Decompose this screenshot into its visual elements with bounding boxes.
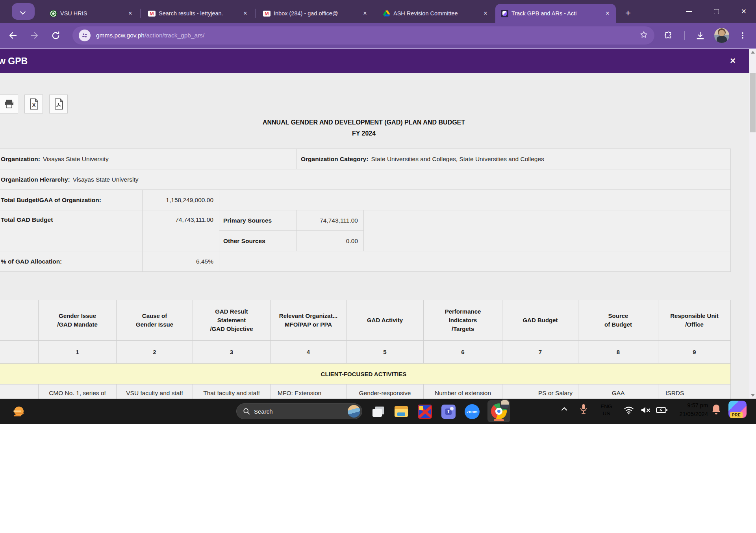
tab-title: Track GPB and ARs - Acti <box>511 10 600 17</box>
window-maximize-button[interactable] <box>707 0 725 23</box>
weather-widget-icon[interactable] <box>10 403 28 420</box>
taskbar-search-box[interactable]: Search <box>236 403 362 419</box>
organization-label: Organization: <box>1 156 40 163</box>
tab-ash-revision[interactable]: ASH Revision Committee × <box>377 4 494 23</box>
tab-title: ASH Revision Committee <box>393 10 478 17</box>
tray-wifi[interactable] <box>624 406 634 414</box>
export-excel-button[interactable]: X <box>24 95 43 113</box>
tab-close-icon[interactable]: × <box>126 9 135 18</box>
bookmark-star-icon[interactable] <box>639 30 648 41</box>
column-number-cell: 1 <box>39 341 117 364</box>
tab-track-gpb-active[interactable]: Track GPB and ARs - Acti × <box>495 4 616 23</box>
gmail-favicon: M <box>148 11 156 17</box>
url-host: gmms.pcw.gov.ph <box>96 32 145 39</box>
maximize-icon <box>714 9 719 14</box>
downloads-button[interactable] <box>693 28 707 43</box>
tray-clock[interactable]: 9:57 pm 21/05/2024 <box>665 401 708 419</box>
tab-separator <box>255 9 256 18</box>
tab-title: VSU HRIS <box>60 10 123 17</box>
window-close-button[interactable]: × <box>735 0 753 23</box>
primary-sources-label-cell: Primary Sources <box>219 210 297 231</box>
modal-title: w GPB <box>0 56 28 67</box>
extensions-button[interactable] <box>662 28 676 43</box>
hierarchy-label: Organization Hierarchy: <box>1 176 70 183</box>
back-button[interactable] <box>6 28 20 43</box>
taskbar-app-red-ribbon[interactable] <box>417 404 432 419</box>
address-bar[interactable]: gmms.pcw.gov.ph/action/track_gpb_ars/ <box>72 26 654 45</box>
tab-search-button[interactable] <box>12 3 35 20</box>
forward-button[interactable] <box>27 28 41 43</box>
scroll-up-arrow[interactable] <box>749 49 756 56</box>
language-indicator[interactable]: ENG US <box>598 403 615 417</box>
tab-close-icon[interactable]: × <box>241 9 250 18</box>
organization-hierarchy-cell: Organization Hierarchy: Visayas State Un… <box>0 169 731 190</box>
taskbar-app-file-explorer[interactable] <box>394 404 409 419</box>
corner-header-cell <box>0 300 39 341</box>
site-settings-icon[interactable] <box>79 30 91 41</box>
print-button[interactable] <box>0 95 18 113</box>
browser-menu-button[interactable] <box>736 28 750 43</box>
modal-close-button[interactable]: × <box>726 54 739 67</box>
table-row-cell <box>0 384 39 399</box>
table-row-cell: GAA <box>578 384 658 399</box>
scroll-down-arrow[interactable] <box>749 392 756 399</box>
page-scrollbar[interactable] <box>749 49 756 399</box>
category-value: State Universities and Colleges, State U… <box>371 156 544 163</box>
section-banner: CLIENT-FOCUSED ACTIVITIES <box>0 364 731 384</box>
taskbar-app-teams[interactable]: T <box>441 404 456 419</box>
tray-show-hidden-button[interactable] <box>561 407 567 411</box>
scrollbar-thumb[interactable] <box>750 73 756 132</box>
search-highlight-thumbnail[interactable] <box>348 405 360 418</box>
total-budget-label: Total Budget/GAA of Organization: <box>1 197 101 204</box>
taskbar-app-zoom[interactable]: zoom <box>465 404 480 419</box>
column-number-cell <box>0 341 39 364</box>
reload-icon <box>51 31 60 40</box>
gad-allocation-label: % of GAD Allocation: <box>1 258 62 265</box>
tab-title: Inbox (284) - gad.office@ <box>274 10 358 17</box>
tab-close-icon[interactable]: × <box>603 9 612 18</box>
three-dot-menu-icon <box>739 32 747 39</box>
table-row-cell: Number of extension <box>424 384 502 399</box>
tray-microphone[interactable] <box>580 403 587 414</box>
speaker-mute-icon <box>640 406 651 414</box>
empty-cell <box>219 190 731 210</box>
tab-close-icon[interactable]: × <box>361 9 369 18</box>
google-drive-favicon <box>383 10 390 17</box>
gmail-favicon: M <box>263 11 271 17</box>
page-content: X ANNUAL GENDER AND DEVELOPMENT (GAD) PL… <box>0 73 749 399</box>
active-app-indicator <box>494 419 504 421</box>
chevron-up-icon <box>561 407 567 411</box>
window-minimize-button[interactable] <box>680 0 698 23</box>
col-header-relevant-org: Relevant Organizat...MFO/PAP or PPA <box>271 300 346 341</box>
tray-notification-bell[interactable] <box>711 404 721 416</box>
new-tab-button[interactable]: + <box>621 6 635 20</box>
tab-search-results[interactable]: M Search results - lettyjean. × <box>143 4 254 23</box>
tray-volume-muted[interactable] <box>640 406 651 414</box>
col-header-performance: PerformanceIndicators/Targets <box>424 300 502 341</box>
column-number-cell: 3 <box>193 341 271 364</box>
tab-close-icon[interactable]: × <box>481 9 490 18</box>
haze-sun-icon <box>10 403 28 420</box>
reload-button[interactable] <box>48 28 63 43</box>
tab-inbox[interactable]: M Inbox (284) - gad.office@ × <box>258 4 373 23</box>
excel-file-icon: X <box>29 98 39 110</box>
export-pdf-button[interactable] <box>49 95 68 113</box>
taskbar-app-chrome-active[interactable] <box>487 400 510 422</box>
zoom-icon: zoom <box>465 404 480 419</box>
document-fiscal-year: FY 2024 <box>0 130 731 137</box>
column-number-cell: 7 <box>502 341 578 364</box>
start-button[interactable] <box>212 405 224 417</box>
tab-vsu-hris[interactable]: VSU HRIS × <box>44 4 139 23</box>
bell-icon <box>711 404 721 416</box>
other-sources-label: Other Sources <box>223 238 265 245</box>
browser-window: VSU HRIS × M Search results - lettyjean.… <box>0 0 756 399</box>
col-header-cause: Cause ofGender Issue <box>117 300 193 341</box>
microphone-icon <box>580 403 587 414</box>
url-text: gmms.pcw.gov.ph/action/track_gpb_ars/ <box>96 32 204 39</box>
table-row-cell: ISRDS <box>658 384 731 399</box>
profile-avatar[interactable] <box>714 28 729 43</box>
total-budget-label-cell: Total Budget/GAA of Organization: <box>0 190 143 210</box>
taskbar-app-desktop-window[interactable] <box>371 404 386 419</box>
col-header-gender-issue: Gender Issue/GAD Mandate <box>39 300 117 341</box>
empty-cell <box>219 251 731 272</box>
